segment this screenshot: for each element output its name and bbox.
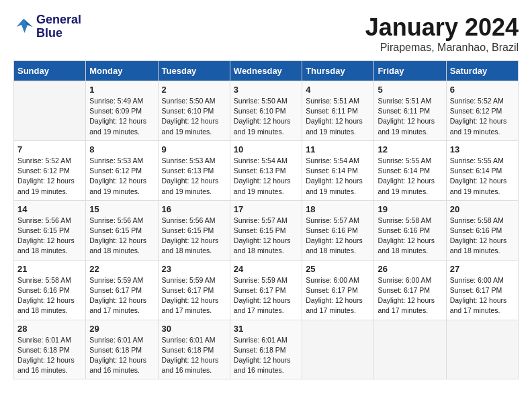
table-row: 25Sunrise: 6:00 AM Sunset: 6:17 PM Dayli… (302, 260, 374, 320)
day-info: Sunrise: 5:54 AM Sunset: 6:14 PM Dayligh… (306, 156, 370, 197)
day-info: Sunrise: 5:56 AM Sunset: 6:15 PM Dayligh… (89, 216, 154, 257)
day-info: Sunrise: 5:59 AM Sunset: 6:17 PM Dayligh… (89, 275, 154, 316)
day-info: Sunrise: 5:57 AM Sunset: 6:15 PM Dayligh… (234, 216, 298, 257)
day-number: 23 (162, 264, 226, 274)
day-number: 29 (89, 324, 154, 334)
day-info: Sunrise: 5:59 AM Sunset: 6:17 PM Dayligh… (234, 275, 298, 316)
day-number: 31 (234, 324, 298, 334)
day-info: Sunrise: 5:56 AM Sunset: 6:15 PM Dayligh… (162, 216, 226, 257)
day-number: 27 (450, 264, 515, 274)
day-number: 4 (306, 85, 370, 95)
day-info: Sunrise: 5:51 AM Sunset: 6:11 PM Dayligh… (306, 96, 370, 137)
col-wednesday: Wednesday (230, 61, 302, 81)
location-subtitle: Pirapemas, Maranhao, Brazil (365, 42, 519, 54)
table-row (14, 81, 86, 141)
calendar-row: 14Sunrise: 5:56 AM Sunset: 6:15 PM Dayli… (14, 200, 519, 260)
table-row (374, 320, 446, 379)
logo: General Blue (13, 13, 81, 40)
day-info: Sunrise: 6:00 AM Sunset: 6:17 PM Dayligh… (378, 275, 442, 316)
table-row: 8Sunrise: 5:53 AM Sunset: 6:12 PM Daylig… (86, 140, 158, 200)
day-number: 30 (162, 324, 226, 334)
day-info: Sunrise: 5:53 AM Sunset: 6:13 PM Dayligh… (162, 156, 226, 197)
day-number: 2 (162, 85, 226, 95)
day-info: Sunrise: 5:52 AM Sunset: 6:12 PM Dayligh… (17, 156, 82, 197)
table-row: 14Sunrise: 5:56 AM Sunset: 6:15 PM Dayli… (14, 200, 86, 260)
day-info: Sunrise: 5:58 AM Sunset: 6:16 PM Dayligh… (378, 216, 442, 257)
day-number: 8 (89, 144, 154, 154)
day-number: 28 (17, 324, 82, 334)
day-number: 14 (17, 204, 82, 214)
table-row: 27Sunrise: 6:00 AM Sunset: 6:17 PM Dayli… (446, 260, 518, 320)
day-number: 13 (450, 144, 515, 154)
day-number: 16 (162, 204, 226, 214)
table-row: 9Sunrise: 5:53 AM Sunset: 6:13 PM Daylig… (158, 140, 230, 200)
calendar-table: Sunday Monday Tuesday Wednesday Thursday… (13, 60, 519, 379)
day-info: Sunrise: 6:01 AM Sunset: 6:18 PM Dayligh… (162, 335, 226, 376)
col-tuesday: Tuesday (158, 61, 230, 81)
table-row: 17Sunrise: 5:57 AM Sunset: 6:15 PM Dayli… (230, 200, 302, 260)
day-info: Sunrise: 5:52 AM Sunset: 6:12 PM Dayligh… (450, 96, 515, 137)
page-header: General Blue January 2024 Pirapemas, Mar… (13, 13, 519, 54)
table-row: 11Sunrise: 5:54 AM Sunset: 6:14 PM Dayli… (302, 140, 374, 200)
calendar-row: 21Sunrise: 5:58 AM Sunset: 6:16 PM Dayli… (14, 260, 519, 320)
day-number: 6 (450, 85, 515, 95)
day-number: 17 (234, 204, 298, 214)
col-sunday: Sunday (14, 61, 86, 81)
table-row: 2Sunrise: 5:50 AM Sunset: 6:10 PM Daylig… (158, 81, 230, 141)
day-info: Sunrise: 5:55 AM Sunset: 6:14 PM Dayligh… (378, 156, 442, 197)
table-row: 30Sunrise: 6:01 AM Sunset: 6:18 PM Dayli… (158, 320, 230, 379)
table-row: 7Sunrise: 5:52 AM Sunset: 6:12 PM Daylig… (14, 140, 86, 200)
table-row (302, 320, 374, 379)
table-row: 19Sunrise: 5:58 AM Sunset: 6:16 PM Dayli… (374, 200, 446, 260)
table-row: 5Sunrise: 5:51 AM Sunset: 6:11 PM Daylig… (374, 81, 446, 141)
day-number: 19 (378, 204, 442, 214)
day-number: 24 (234, 264, 298, 274)
day-number: 15 (89, 204, 154, 214)
day-number: 26 (378, 264, 442, 274)
day-number: 5 (378, 85, 442, 95)
table-row: 3Sunrise: 5:50 AM Sunset: 6:10 PM Daylig… (230, 81, 302, 141)
day-info: Sunrise: 6:00 AM Sunset: 6:17 PM Dayligh… (306, 275, 370, 316)
logo-line1: General (36, 13, 81, 26)
col-saturday: Saturday (446, 61, 518, 81)
day-info: Sunrise: 5:55 AM Sunset: 6:14 PM Dayligh… (450, 156, 515, 197)
day-number: 22 (89, 264, 154, 274)
table-row: 15Sunrise: 5:56 AM Sunset: 6:15 PM Dayli… (86, 200, 158, 260)
day-info: Sunrise: 5:50 AM Sunset: 6:10 PM Dayligh… (234, 96, 298, 137)
day-info: Sunrise: 5:50 AM Sunset: 6:10 PM Dayligh… (162, 96, 226, 137)
table-row: 12Sunrise: 5:55 AM Sunset: 6:14 PM Dayli… (374, 140, 446, 200)
calendar-header-row: Sunday Monday Tuesday Wednesday Thursday… (14, 61, 519, 81)
logo-line2: Blue (36, 26, 62, 40)
month-title: January 2024 (365, 13, 519, 42)
calendar-row: 28Sunrise: 6:01 AM Sunset: 6:18 PM Dayli… (14, 320, 519, 379)
col-thursday: Thursday (302, 61, 374, 81)
calendar-row: 1Sunrise: 5:49 AM Sunset: 6:09 PM Daylig… (14, 81, 519, 141)
day-info: Sunrise: 5:51 AM Sunset: 6:11 PM Dayligh… (378, 96, 442, 137)
table-row: 16Sunrise: 5:56 AM Sunset: 6:15 PM Dayli… (158, 200, 230, 260)
table-row: 22Sunrise: 5:59 AM Sunset: 6:17 PM Dayli… (86, 260, 158, 320)
calendar-row: 7Sunrise: 5:52 AM Sunset: 6:12 PM Daylig… (14, 140, 519, 200)
day-info: Sunrise: 5:58 AM Sunset: 6:16 PM Dayligh… (450, 216, 515, 257)
table-row: 13Sunrise: 5:55 AM Sunset: 6:14 PM Dayli… (446, 140, 518, 200)
day-info: Sunrise: 5:57 AM Sunset: 6:16 PM Dayligh… (306, 216, 370, 257)
table-row: 10Sunrise: 5:54 AM Sunset: 6:13 PM Dayli… (230, 140, 302, 200)
day-info: Sunrise: 5:56 AM Sunset: 6:15 PM Dayligh… (17, 216, 82, 257)
table-row: 23Sunrise: 5:59 AM Sunset: 6:17 PM Dayli… (158, 260, 230, 320)
table-row: 21Sunrise: 5:58 AM Sunset: 6:16 PM Dayli… (14, 260, 86, 320)
day-info: Sunrise: 6:00 AM Sunset: 6:17 PM Dayligh… (450, 275, 515, 316)
day-info: Sunrise: 6:01 AM Sunset: 6:18 PM Dayligh… (234, 335, 298, 376)
day-number: 9 (162, 144, 226, 154)
table-row: 31Sunrise: 6:01 AM Sunset: 6:18 PM Dayli… (230, 320, 302, 379)
day-info: Sunrise: 5:54 AM Sunset: 6:13 PM Dayligh… (234, 156, 298, 197)
table-row: 26Sunrise: 6:00 AM Sunset: 6:17 PM Dayli… (374, 260, 446, 320)
day-info: Sunrise: 6:01 AM Sunset: 6:18 PM Dayligh… (17, 335, 82, 376)
col-friday: Friday (374, 61, 446, 81)
day-number: 20 (450, 204, 515, 214)
day-number: 7 (17, 144, 82, 154)
day-number: 1 (89, 85, 154, 95)
table-row: 18Sunrise: 5:57 AM Sunset: 6:16 PM Dayli… (302, 200, 374, 260)
table-row: 4Sunrise: 5:51 AM Sunset: 6:11 PM Daylig… (302, 81, 374, 141)
logo-text: General Blue (36, 13, 81, 40)
day-number: 3 (234, 85, 298, 95)
day-number: 21 (17, 264, 82, 274)
